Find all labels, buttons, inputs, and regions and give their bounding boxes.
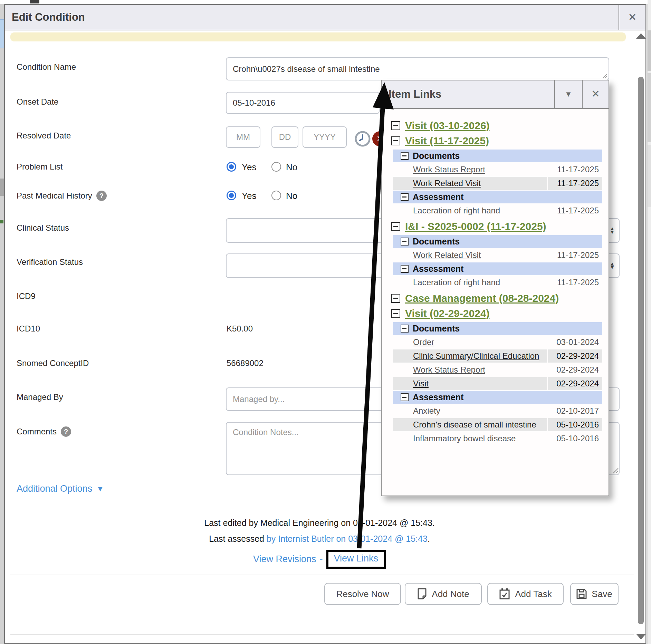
problem-list-no-label: No <box>286 162 297 173</box>
background-fragment <box>648 73 651 142</box>
bottom-divider <box>10 634 634 635</box>
tree-item-row: Laceration of right hand11-17-2025 <box>393 204 602 217</box>
section-link[interactable]: Visit (03-10-2026) <box>405 120 490 132</box>
add-task-button[interactable]: Add Task <box>487 583 564 605</box>
resize-grip-icon[interactable] <box>602 73 608 79</box>
category-label: Documents <box>413 324 460 334</box>
item-links-title: Item Links <box>389 80 441 108</box>
collapse-box-icon[interactable] <box>391 136 400 145</box>
collapse-box-icon[interactable] <box>401 193 409 201</box>
view-links-link[interactable]: View Links <box>334 553 379 564</box>
document-link[interactable]: Clinic Summary/Clinical Education <box>393 349 547 363</box>
item-date: 02-29-2024 <box>548 363 602 376</box>
assessment-item: Crohn's disease of small intestine <box>393 418 547 431</box>
document-link[interactable]: Visit <box>393 377 547 390</box>
category-label: Documents <box>413 151 460 161</box>
tree-section-row: Visit (02-29-2024) <box>391 308 602 319</box>
collapse-box-icon[interactable] <box>391 309 400 318</box>
resolved-month-input[interactable] <box>226 126 260 148</box>
section-link[interactable]: Visit (11-17-2025) <box>405 135 489 147</box>
view-links-annotation-box: View Links <box>326 550 386 569</box>
clock-icon[interactable] <box>354 131 371 147</box>
view-revisions-link[interactable]: View Revisions <box>253 554 316 565</box>
tree-category-row: Documents <box>393 235 602 248</box>
item-date: 05-10-2016 <box>548 418 602 431</box>
managed-by-label: Managed By <box>17 392 63 402</box>
collapse-box-icon[interactable] <box>401 238 409 246</box>
item-date: 11-17-2025 <box>548 177 602 190</box>
tree-category-row: Documents <box>393 150 602 162</box>
collapse-box-icon[interactable] <box>401 393 409 401</box>
resolve-now-button[interactable]: Resolve Now <box>324 583 401 605</box>
collapse-box-icon[interactable] <box>391 294 400 303</box>
select-stepper-icon: ▲▼ <box>610 262 615 270</box>
item-date: 11-17-2025 <box>548 163 602 176</box>
tree-section-row: Visit (11-17-2025) <box>391 135 602 147</box>
panel-collapse-button[interactable]: ▼ <box>554 80 582 108</box>
alert-banner <box>10 32 626 41</box>
item-links-titlebar[interactable]: Item Links ▼ ✕ <box>382 80 609 109</box>
resolved-day-input[interactable] <box>271 126 298 148</box>
section-link[interactable]: Visit (02-29-2024) <box>405 308 490 319</box>
last-assessed-link[interactable]: by Internist Butler on 03-01-2024 @ 15:4… <box>267 534 428 544</box>
scrollbar-up-arrow[interactable] <box>636 33 646 39</box>
resize-grip-icon[interactable] <box>612 467 619 474</box>
background-fragment <box>648 30 651 71</box>
background-fragment <box>648 145 651 207</box>
assessment-item: Inflammatory bowel disease <box>393 432 547 445</box>
section-link[interactable]: I&I - S2025-0002 (11-17-2025) <box>405 221 546 232</box>
condition-name-input[interactable] <box>226 57 609 80</box>
tree-item-row: Laceration of right hand11-17-2025 <box>393 276 602 289</box>
additional-options-link[interactable]: Additional Options ▼ <box>17 483 104 494</box>
category-label: Assessment <box>413 264 463 274</box>
tree-category-row: Assessment <box>393 262 602 275</box>
tree-category-row: Assessment <box>393 191 602 203</box>
item-links-tree: Visit (03-10-2026) Visit (11-17-2025) Do… <box>382 109 609 496</box>
section-link[interactable]: Case Management (08-28-2024) <box>405 292 559 304</box>
tree-category-row: Assessment <box>393 391 602 404</box>
icd10-label: ICD10 <box>17 324 40 334</box>
document-link[interactable]: Work Status Report <box>393 163 547 176</box>
collapse-box-icon[interactable] <box>401 152 409 160</box>
collapse-box-icon[interactable] <box>391 121 400 130</box>
item-date: 03-01-2024 <box>548 336 602 349</box>
item-date: 02-29-2024 <box>548 349 602 363</box>
tree-item-row: Inflammatory bowel disease05-10-2016 <box>393 432 602 445</box>
tree-item-row: Work Status Report11-17-2025 <box>393 163 602 176</box>
pmh-no-radio[interactable] <box>271 191 281 200</box>
document-link[interactable]: Work Related Visit <box>393 249 547 262</box>
add-note-button[interactable]: Add Note <box>405 583 482 605</box>
assessment-item: Laceration of right hand <box>393 276 547 289</box>
collapse-box-icon[interactable] <box>391 222 400 231</box>
document-link[interactable]: Work Status Report <box>393 363 547 376</box>
problem-list-yes-radio[interactable] <box>227 162 236 172</box>
problem-list-yes-label: Yes <box>242 162 256 173</box>
dialog-close-button[interactable]: ✕ <box>619 5 645 30</box>
scrollbar-down-arrow[interactable] <box>636 634 646 640</box>
help-icon[interactable]: ? <box>96 191 107 201</box>
panel-close-button[interactable]: ✕ <box>582 80 609 108</box>
tree-item-row: Clinic Summary/Clinical Education02-29-2… <box>393 349 602 363</box>
tree-item-row: Order03-01-2024 <box>393 336 602 349</box>
icd9-label: ICD9 <box>17 291 36 301</box>
note-icon <box>417 588 427 600</box>
icd10-value: K50.00 <box>227 324 253 334</box>
problem-list-no-radio[interactable] <box>271 162 281 172</box>
onset-date-input[interactable] <box>226 92 380 114</box>
pmh-yes-radio[interactable] <box>227 191 236 200</box>
background-page-left-strip <box>0 4 4 644</box>
resolved-year-input[interactable] <box>303 126 347 148</box>
document-link[interactable]: Work Related Visit <box>393 177 547 190</box>
tree-section-row: Case Management (08-28-2024) <box>391 292 602 304</box>
collapse-box-icon[interactable] <box>401 325 409 333</box>
document-link[interactable]: Order <box>393 336 547 349</box>
caret-down-icon: ▼ <box>96 484 104 493</box>
tree-section-row: Visit (03-10-2026) <box>391 120 602 132</box>
category-label: Assessment <box>413 192 463 202</box>
collapse-box-icon[interactable] <box>401 265 409 273</box>
clinical-status-label: Clinical Status <box>17 223 69 233</box>
scrollbar-thumb[interactable] <box>638 77 644 624</box>
problem-list-label: Problem List <box>17 162 63 172</box>
save-button[interactable]: Save <box>570 583 619 605</box>
help-icon[interactable]: ? <box>61 426 71 437</box>
